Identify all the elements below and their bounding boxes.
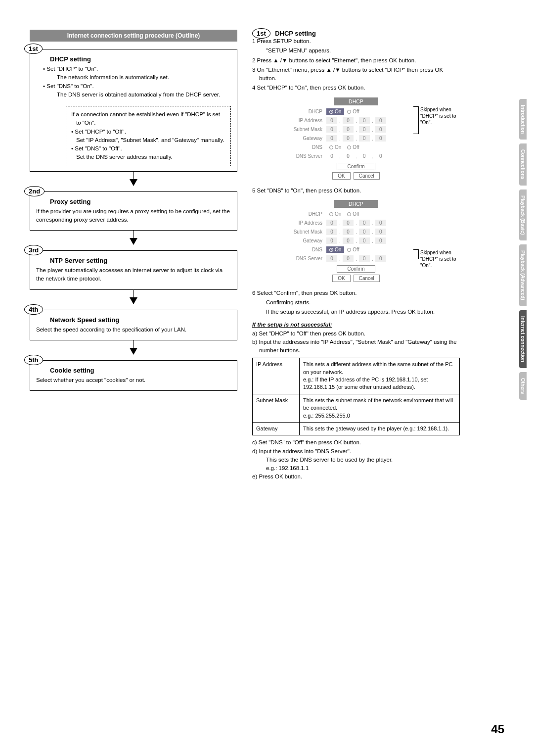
octet[interactable]: 0 [326, 117, 337, 124]
arrow-icon [134, 230, 134, 238]
step-4th-badge: 4th [24, 304, 43, 315]
cancel-button[interactable]: Cancel [354, 172, 380, 180]
cell-ip-label: IP Address [253, 358, 300, 394]
tab-playback-advanced[interactable]: Playback (Advanced) [519, 244, 527, 306]
dashed-l3a: Set the DNS server address manually. [76, 153, 225, 161]
cell-subnet-label: Subnet Mask [253, 394, 300, 422]
proc-6: 6 Select "Confirm", then press OK button… [259, 289, 460, 297]
step-3rd-badge: 3rd [24, 245, 43, 255]
ok-button[interactable]: OK [332, 275, 350, 282]
cell-subnet-desc: This sets the subnet mask of the network… [300, 394, 460, 422]
dashed-note: If a connection cannot be established ev… [66, 106, 231, 166]
radio-dhcp-on[interactable]: On [326, 108, 344, 115]
table-row: Subnet MaskThis sets the subnet mask of … [253, 394, 460, 422]
step-1st-badge: 1st [24, 44, 43, 54]
label-dnsserver: DNS Server [287, 153, 326, 159]
step-1st: 1st DHCP setting • Set "DHCP" to "On". T… [30, 49, 237, 172]
proc-6b: If the setup is successful, an IP addres… [266, 308, 460, 316]
step-d2: e.g.: 192.168.1.1 [266, 464, 460, 472]
dashed-l2: • Set "DHCP" to "Off". [76, 128, 225, 136]
dhcp-panel-1: DHCP DHCP On Off IP Address0.0.0.0 Subne… [287, 97, 425, 180]
label-gateway: Gateway [287, 238, 326, 243]
label-subnet: Subnet Mask [287, 127, 326, 132]
radio-dns-on[interactable]: On [326, 144, 344, 150]
label-ip: IP Address [287, 220, 326, 226]
step-5th-badge: 5th [24, 355, 43, 365]
tab-internet-connection[interactable]: Internet connection [519, 310, 527, 368]
proc-1: 1 Press SETUP button. [259, 37, 460, 46]
tab-connections[interactable]: Connections [519, 143, 527, 186]
label-dhcp: DHCP [287, 109, 326, 114]
page-number: 45 [491, 722, 504, 736]
radio-dns-on[interactable]: On [326, 246, 344, 253]
dhcp-panel-2: DHCP DHCP On Off IP Address0.0.0.0 Subne… [287, 200, 425, 282]
step-5th-body: Select whether you accept "cookies" or n… [36, 376, 231, 384]
step-a: a) Set "DHCP" to "Off" then press OK but… [259, 330, 460, 338]
step-1st-b2a: The DNS server is obtained automatically… [57, 91, 231, 99]
dashed-l2a: Set "IP Address", "Subnet Mask", and "Ga… [76, 136, 225, 144]
label-dns: DNS [287, 247, 326, 252]
tab-others[interactable]: Others [519, 372, 527, 400]
right-step-header: 1st DHCP setting [252, 30, 460, 37]
step-2nd-badge: 2nd [24, 186, 44, 196]
step-3rd: 3rd NTP Server setting The player automa… [30, 250, 237, 290]
radio-dhcp-off[interactable]: Off [344, 108, 362, 115]
procedure-list: 1 Press SETUP button. "SETUP MENU" appea… [252, 37, 460, 93]
ok-button[interactable]: OK [332, 172, 350, 180]
confirm-button[interactable]: Confirm [337, 265, 375, 273]
step-2nd-title: Proxy setting [50, 198, 231, 205]
skip-note-1: Skipped when "DHCP" is set to "On". [420, 106, 465, 126]
step-1st-b1a: The network information is automatically… [57, 73, 231, 82]
cell-gateway-label: Gateway [253, 422, 300, 435]
label-ip: IP Address [287, 118, 326, 123]
proc-2: 2 Press ▲ /▼ buttons to select "Ethernet… [259, 56, 460, 65]
label-gateway: Gateway [287, 136, 326, 141]
right-1st-title: DHCP setting [275, 30, 316, 37]
arrow-icon [134, 289, 134, 297]
confirm-button[interactable]: Confirm [337, 163, 375, 170]
radio-dns-off[interactable]: Off [344, 246, 362, 253]
step-5th-title: Cookie setting [50, 367, 231, 374]
proc-4: 4 Set "DHCP" to "On", then press OK butt… [259, 84, 460, 92]
label-dnsserver: DNS Server [287, 256, 326, 261]
table-row: IP AddressThis sets a different address … [253, 358, 460, 394]
step-e: e) Press OK button. [259, 472, 460, 481]
step-5th: 5th Cookie setting Select whether you ac… [30, 360, 237, 391]
right-column: 1st DHCP setting 1 Press SETUP button. "… [252, 30, 460, 481]
left-column: Internet connection setting procedure (O… [30, 30, 237, 481]
proc-1a: "SETUP MENU" appears. [266, 47, 460, 55]
procedure-list-2: 5 Set "DNS" to "On", then press OK butto… [252, 187, 460, 195]
cell-ip-desc: This sets a different address within the… [300, 358, 460, 394]
arrow-icon [130, 348, 137, 355]
arrow-icon [130, 238, 137, 245]
step-1st-b1: • Set "DHCP" to "On". [50, 65, 231, 73]
step-2nd-body: If the provider you are using requires a… [36, 207, 231, 225]
outline-title: Internet connection setting procedure (O… [30, 30, 237, 42]
step-c: c) Set "DNS" to "Off" then press OK butt… [259, 438, 460, 447]
side-tabs: Introduction Connections Playback (Basic… [519, 99, 534, 404]
tab-playback-basic[interactable]: Playback (Basic) [519, 189, 527, 241]
proc-3: 3 On "Ethernet" menu, press ▲ /▼ buttons… [259, 66, 460, 83]
step-3rd-title: NTP Server setting [50, 257, 231, 264]
step-3rd-body: The player automatically accesses an int… [36, 266, 231, 284]
step-1st-b2: • Set "DNS" to "On". [50, 82, 231, 91]
proc-5: 5 Set "DNS" to "On", then press OK butto… [259, 187, 460, 195]
cancel-button[interactable]: Cancel [354, 275, 380, 282]
step-4th-body: Select the speed according to the specif… [36, 326, 231, 334]
procedure-list-3: 6 Select "Confirm", then press OK button… [252, 289, 460, 317]
dashed-l3: • Set "DNS" to "Off". [76, 144, 225, 153]
step-1st-title: DHCP setting [50, 55, 231, 63]
arrow-icon [134, 171, 134, 179]
table-row: GatewayThis sets the gateway used by the… [253, 422, 460, 435]
dashed-l1: If a connection cannot be established ev… [76, 110, 225, 128]
cell-gateway-desc: This sets the gateway used by the player… [300, 422, 460, 435]
radio-dhcp-off[interactable]: Off [344, 211, 362, 217]
tab-introduction[interactable]: Introduction [519, 99, 527, 140]
step-d: d) Input the address into "DNS Server". [259, 447, 460, 456]
radio-dns-off[interactable]: Off [344, 144, 362, 150]
arrow-icon [130, 179, 137, 186]
radio-dhcp-on[interactable]: On [326, 211, 344, 217]
panel-title: DHCP [334, 200, 378, 208]
step-d1: This sets the DNS server to be used by t… [266, 456, 460, 464]
step-4th-title: Network Speed setting [50, 316, 231, 324]
